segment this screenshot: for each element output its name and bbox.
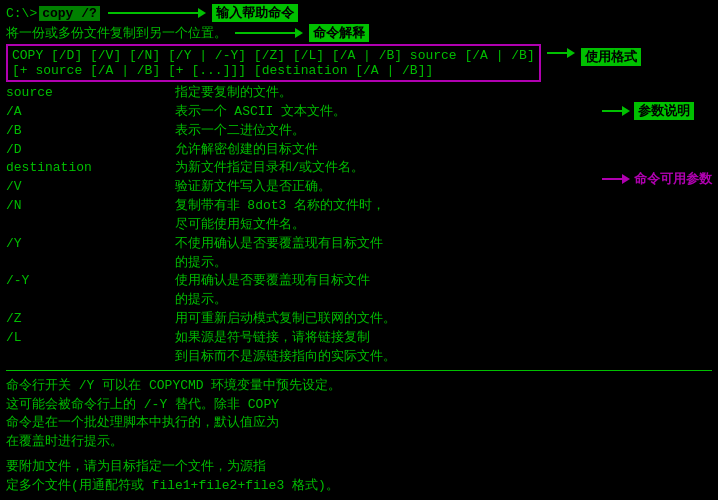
param-row-10: /L如果源是符号链接，请将链接复制到目标而不是源链接指向的实际文件。 [6, 329, 596, 367]
param-row-0: source指定要复制的文件。 [6, 84, 596, 103]
params-arrow-line [602, 110, 622, 112]
usage-line1: COPY [/D] [/V] [/N] [/Y | /-Y] [/Z] [/L]… [12, 48, 535, 63]
right-annotations: 参数说明 命令可用参数 [596, 84, 712, 367]
arrow1-head [198, 8, 206, 18]
param-name-4: destination [6, 159, 175, 178]
params-table: source指定要复制的文件。/A表示一个 ASCII 文本文件。/B表示一个二… [6, 84, 596, 367]
param-desc-5: 验证新文件写入是否正确。 [175, 178, 596, 197]
param-desc-2: 表示一个二进位文件。 [175, 122, 596, 141]
arrow2-line [235, 32, 295, 34]
cmd-input-label: 输入帮助命令 [212, 4, 298, 22]
param-desc-6: 复制带有非 8dot3 名称的文件时，尽可能使用短文件名。 [175, 197, 596, 235]
cmd-description: 将一份或多份文件复制到另一个位置。 [6, 24, 227, 42]
param-name-6: /N [6, 197, 175, 235]
params-arrow-head [622, 106, 630, 116]
usage-row: COPY [/D] [/V] [/N] [/Y | /-Y] [/Z] [/L]… [6, 44, 712, 82]
param-name-5: /V [6, 178, 175, 197]
param-desc-3: 允许解密创建的目标文件 [175, 141, 596, 160]
bottom-line1: 命令行开关 /Y 可以在 COPYCMD 环境变量中预先设定。 [6, 377, 712, 396]
param-desc-7: 不使用确认是否要覆盖现有目标文件的提示。 [175, 235, 596, 273]
divider [6, 370, 712, 371]
param-name-2: /B [6, 122, 175, 141]
param-name-10: /L [6, 329, 175, 367]
usage-box: COPY [/D] [/V] [/N] [/Y | /-Y] [/Z] [/L]… [6, 44, 541, 82]
prompt1: C:\> [6, 6, 37, 21]
params-table-container: source指定要复制的文件。/A表示一个 ASCII 文本文件。/B表示一个二… [6, 84, 596, 367]
param-row-3: /D允许解密创建的目标文件 [6, 141, 596, 160]
arrow1-line [108, 12, 198, 14]
bottom-line3: 命令是在一个批处理脚本中执行的，默认值应为 [6, 414, 712, 433]
param-row-5: /V验证新文件写入是否正确。 [6, 178, 596, 197]
cmd-input: copy /? [39, 6, 100, 21]
param-row-6: /N复制带有非 8dot3 名称的文件时，尽可能使用短文件名。 [6, 197, 596, 235]
bottom-line4: 在覆盖时进行提示。 [6, 433, 712, 452]
params-desc-annotation: 参数说明 [602, 102, 712, 120]
bottom-line6: 要附加文件，请为目标指定一个文件，为源指 [6, 458, 712, 477]
param-row-1: /A表示一个 ASCII 文本文件。 [6, 103, 596, 122]
param-row-7: /Y不使用确认是否要覆盖现有目标文件的提示。 [6, 235, 596, 273]
arrow3-head [567, 48, 575, 58]
param-name-7: /Y [6, 235, 175, 273]
bottom-line2: 这可能会被命令行上的 /-Y 替代。除非 COPY [6, 396, 712, 415]
desc-row: 将一份或多份文件复制到另一个位置。 命令解释 [6, 24, 712, 42]
param-desc-8: 使用确认是否要覆盖现有目标文件的提示。 [175, 272, 596, 310]
param-desc-4: 为新文件指定目录和/或文件名。 [175, 159, 596, 178]
pink-arrow-line [602, 178, 622, 180]
bottom-line7: 定多个文件(用通配符或 file1+file2+file3 格式)。 [6, 477, 712, 496]
param-name-0: source [6, 84, 175, 103]
arrow2-head [295, 28, 303, 38]
param-desc-9: 用可重新启动模式复制已联网的文件。 [175, 310, 596, 329]
bottom-section: 命令行开关 /Y 可以在 COPYCMD 环境变量中预先设定。 这可能会被命令行… [6, 377, 712, 496]
param-name-3: /D [6, 141, 175, 160]
param-name-8: /-Y [6, 272, 175, 310]
cmd-line-row: C:\> copy /? 输入帮助命令 [6, 4, 712, 22]
param-row-8: /-Y使用确认是否要覆盖现有目标文件的提示。 [6, 272, 596, 310]
cmd-description-label: 命令解释 [309, 24, 369, 42]
param-name-9: /Z [6, 310, 175, 329]
param-desc-1: 表示一个 ASCII 文本文件。 [175, 103, 596, 122]
param-row-2: /B表示一个二进位文件。 [6, 122, 596, 141]
pink-arrow-head [622, 174, 630, 184]
param-desc-10: 如果源是符号链接，请将链接复制到目标而不是源链接指向的实际文件。 [175, 329, 596, 367]
param-row-4: destination为新文件指定目录和/或文件名。 [6, 159, 596, 178]
usage-line2: [+ source [/A | /B] [+ [...]]] [destinat… [12, 63, 535, 78]
params-desc-label: 参数说明 [634, 102, 694, 120]
terminal-window: C:\> copy /? 输入帮助命令 将一份或多份文件复制到另一个位置。 命令… [0, 0, 718, 500]
params-section: source指定要复制的文件。/A表示一个 ASCII 文本文件。/B表示一个二… [6, 84, 712, 367]
param-name-1: /A [6, 103, 175, 122]
cmd-params-label: 命令可用参数 [634, 170, 712, 188]
cmd-params-annotation: 命令可用参数 [602, 170, 712, 188]
arrow3-line [547, 52, 567, 54]
param-desc-0: 指定要复制的文件。 [175, 84, 596, 103]
param-row-9: /Z用可重新启动模式复制已联网的文件。 [6, 310, 596, 329]
usage-label: 使用格式 [581, 48, 641, 66]
